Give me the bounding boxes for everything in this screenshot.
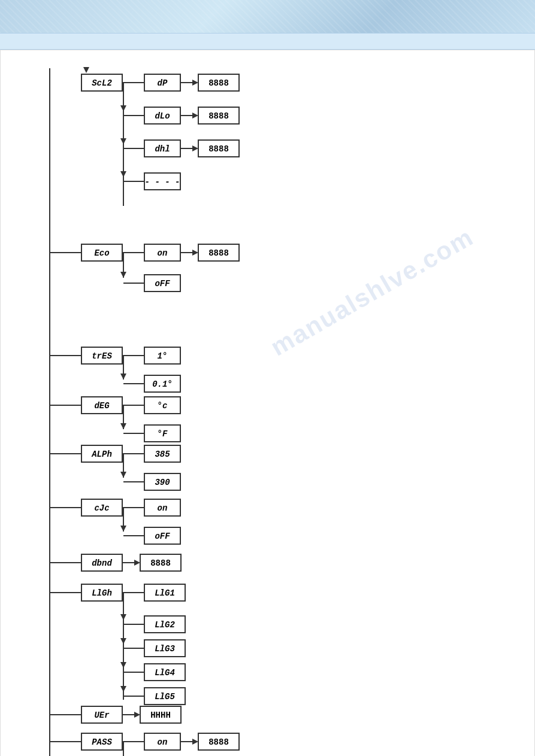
svg-marker-93 (134, 712, 140, 718)
svg-marker-16 (120, 138, 126, 144)
svg-marker-71 (134, 560, 140, 566)
main-content: manualshlve.com ScL2 dP 8888 dLo (0, 50, 535, 756)
svg-marker-65 (120, 526, 126, 532)
dbnd-value: 8888 (150, 558, 171, 568)
dhl-value: 8888 (208, 144, 229, 154)
alph-390-label: 390 (155, 478, 170, 487)
llg1-label: LlG1 (155, 588, 175, 598)
llg4-label: LlG4 (155, 668, 175, 678)
diagram-svg: ScL2 dP 8888 dLo 8888 dhl (19, 62, 510, 756)
header-banner (0, 0, 535, 33)
svg-marker-100 (192, 739, 198, 745)
uer-label: UEr (94, 711, 110, 720)
pass-on-label: on (158, 737, 168, 747)
svg-marker-78 (120, 614, 126, 620)
deg-label: dEG (94, 401, 110, 411)
svg-marker-33 (120, 272, 126, 278)
alph-385-label: 385 (155, 450, 170, 459)
dlo-value: 8888 (208, 111, 229, 121)
pass-label: PASS (92, 737, 112, 747)
eco-label: Eco (94, 248, 109, 258)
svg-marker-2 (83, 67, 89, 73)
svg-marker-20 (192, 145, 198, 151)
cjc-off-label: oFF (155, 532, 170, 541)
pass-on-value: 8888 (208, 737, 229, 747)
svg-marker-41 (120, 374, 126, 379)
svg-marker-10 (120, 105, 126, 111)
llg5-label: LlG5 (155, 692, 175, 702)
title-bar (0, 33, 535, 50)
cjc-label: cJc (94, 503, 109, 513)
svg-marker-57 (120, 472, 126, 478)
dashes-label: - - - - (145, 177, 180, 187)
svg-marker-30 (192, 250, 198, 256)
eco-on-label: on (158, 248, 168, 258)
deg-c-label: °c (158, 401, 168, 411)
dbnd-label: dbnd (92, 558, 112, 568)
dlo-label: dLo (155, 111, 170, 121)
svg-marker-22 (120, 171, 126, 177)
svg-marker-84 (120, 662, 126, 668)
tres-label: trES (92, 351, 112, 361)
svg-marker-81 (120, 638, 126, 644)
scl2-label: ScL2 (92, 78, 112, 88)
deg-f-label: °F (158, 429, 168, 439)
tres-1deg-label: 1° (158, 351, 168, 361)
llg2-label: LlG2 (155, 620, 175, 630)
eco-off-label: oFF (155, 279, 170, 289)
dhl-label: dhl (155, 144, 170, 154)
dp-value: 8888 (208, 78, 229, 88)
cjc-on-label: on (158, 503, 168, 513)
svg-marker-7 (192, 80, 198, 86)
llg3-label: LlG3 (155, 644, 175, 654)
svg-marker-87 (120, 686, 126, 692)
uer-value: HHHH (150, 711, 171, 720)
svg-marker-14 (192, 113, 198, 119)
dp-label: dP (158, 78, 168, 88)
alph-label: ALPh (91, 450, 112, 459)
llgh-label: LlGh (92, 588, 112, 598)
tres-01deg-label: 0.1° (152, 379, 173, 389)
eco-on-value: 8888 (208, 248, 229, 258)
svg-marker-49 (120, 423, 126, 429)
